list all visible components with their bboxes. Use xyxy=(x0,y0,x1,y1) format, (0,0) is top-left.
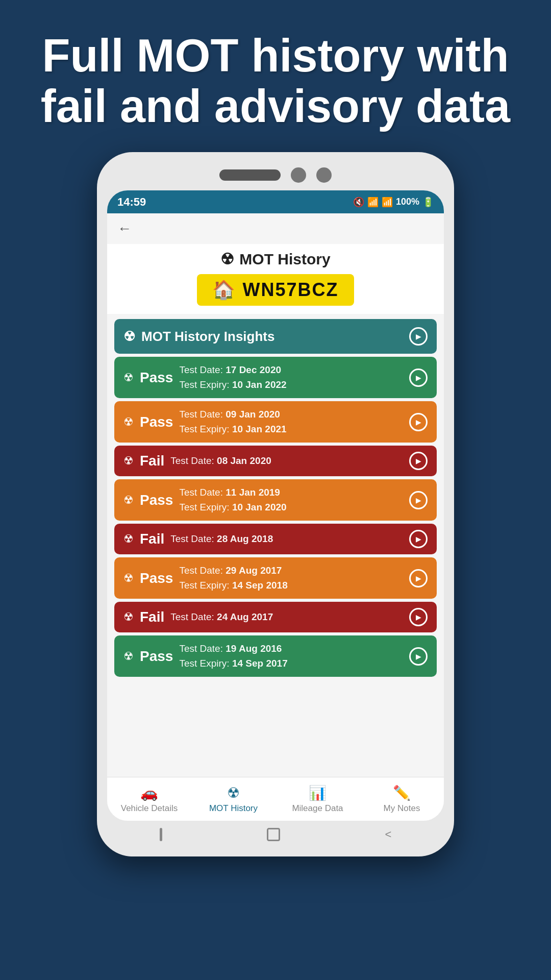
mot-dates-0: Test Date: 17 Dec 2020 Test Expiry: 10 J… xyxy=(179,363,286,392)
status-bar: 14:59 🔇 📶 📶 100% 🔋 xyxy=(107,190,444,213)
mot-play-button-7[interactable]: ▶ xyxy=(409,647,428,666)
battery-text: 100% xyxy=(396,197,419,207)
mot-play-button-4[interactable]: ▶ xyxy=(409,530,428,548)
nav-mot-history[interactable]: ☢ MOT History xyxy=(191,781,276,817)
mot-left-1: ☢ Pass Test Date: 09 Jan 2020 Test Expir… xyxy=(123,407,287,436)
phone-camera2 xyxy=(316,167,332,183)
mot-record-1[interactable]: ☢ Pass Test Date: 09 Jan 2020 Test Expir… xyxy=(114,401,437,443)
nav-mileage-data[interactable]: 📊 Mileage Data xyxy=(276,781,360,817)
biohazard-nav-icon: ☢ xyxy=(227,785,240,801)
screen-title: ☢ MOT History xyxy=(220,250,330,268)
nav-my-notes[interactable]: ✏️ My Notes xyxy=(360,781,444,817)
mot-dates-2: Test Date: 08 Jan 2020 xyxy=(170,454,271,469)
mot-dates-7: Test Date: 19 Aug 2016 Test Expiry: 14 S… xyxy=(179,642,287,671)
phone-speaker xyxy=(219,169,281,181)
phone-camera xyxy=(291,167,306,183)
mot-left-2: ☢ Fail Test Date: 08 Jan 2020 xyxy=(123,453,271,469)
phone-top xyxy=(107,162,444,190)
car-icon: 🚗 xyxy=(140,785,158,801)
insights-left: ☢ MOT History Insights xyxy=(123,329,274,345)
mot-play-button-0[interactable]: ▶ xyxy=(409,369,428,387)
biohazard-icon-5: ☢ xyxy=(123,572,134,585)
phone-bottom-bar: < xyxy=(107,821,444,846)
mot-play-button-1[interactable]: ▶ xyxy=(409,413,428,431)
mot-record-2[interactable]: ☢ Fail Test Date: 08 Jan 2020 ▶ xyxy=(114,446,437,476)
biohazard-icon-1: ☢ xyxy=(123,415,134,429)
mot-record-4[interactable]: ☢ Fail Test Date: 28 Aug 2018 ▶ xyxy=(114,524,437,554)
mot-result-2: Fail xyxy=(140,453,164,469)
nav-label-my-notes: My Notes xyxy=(384,803,420,814)
insights-banner[interactable]: ☢ MOT History Insights ▶ xyxy=(114,319,437,354)
mot-result-0: Pass xyxy=(140,370,173,386)
insights-biohazard-icon: ☢ xyxy=(123,329,135,345)
garage-icon: 🏠 xyxy=(212,279,236,301)
mot-play-button-3[interactable]: ▶ xyxy=(409,491,428,509)
mot-result-3: Pass xyxy=(140,492,173,508)
battery-icon: 🔋 xyxy=(422,197,434,208)
mot-play-button-5[interactable]: ▶ xyxy=(409,569,428,587)
nav-label-mot-history: MOT History xyxy=(209,803,258,814)
mot-dates-3: Test Date: 11 Jan 2019 Test Expiry: 10 J… xyxy=(179,485,286,514)
wifi-icon: 📶 xyxy=(367,197,379,208)
mot-result-6: Fail xyxy=(140,609,164,625)
pencil-icon: ✏️ xyxy=(393,785,411,801)
biohazard-icon-6: ☢ xyxy=(123,610,134,624)
mot-left-3: ☢ Pass Test Date: 11 Jan 2019 Test Expir… xyxy=(123,485,287,514)
mot-left-5: ☢ Pass Test Date: 29 Aug 2017 Test Expir… xyxy=(123,564,288,593)
mot-left-0: ☢ Pass Test Date: 17 Dec 2020 Test Expir… xyxy=(123,363,287,392)
recent-apps-icon xyxy=(267,828,280,841)
nav-label-mileage-data: Mileage Data xyxy=(292,803,343,814)
mot-dates-4: Test Date: 28 Aug 2018 xyxy=(170,532,273,547)
mot-dates-6: Test Date: 24 Aug 2017 xyxy=(170,610,273,625)
mot-left-4: ☢ Fail Test Date: 28 Aug 2018 xyxy=(123,531,273,547)
biohazard-icon-7: ☢ xyxy=(123,650,134,663)
mute-icon: 🔇 xyxy=(353,197,364,208)
title-section: ☢ MOT History 🏠 WN57BCZ xyxy=(107,244,444,314)
nav-vehicle-details[interactable]: 🚗 Vehicle Details xyxy=(107,781,191,817)
back-nav-icon: < xyxy=(385,828,391,841)
biohazard-icon-4: ☢ xyxy=(123,532,134,546)
mot-list: ☢ MOT History Insights ▶ ☢ Pass Test Dat… xyxy=(107,314,444,777)
bottom-nav: 🚗 Vehicle Details ☢ MOT History 📊 Mileag… xyxy=(107,777,444,821)
status-icons: 🔇 📶 📶 100% 🔋 xyxy=(353,197,434,208)
mot-record-0[interactable]: ☢ Pass Test Date: 17 Dec 2020 Test Expir… xyxy=(114,357,437,398)
mot-result-1: Pass xyxy=(140,414,173,430)
mot-result-4: Fail xyxy=(140,531,164,547)
mot-record-3[interactable]: ☢ Pass Test Date: 11 Jan 2019 Test Expir… xyxy=(114,479,437,521)
mot-result-5: Pass xyxy=(140,570,173,586)
mot-left-7: ☢ Pass Test Date: 19 Aug 2016 Test Expir… xyxy=(123,642,288,671)
mot-dates-1: Test Date: 09 Jan 2020 Test Expiry: 10 J… xyxy=(179,407,286,436)
page-header: Full MOT history with fail and advisory … xyxy=(0,0,551,152)
mot-record-6[interactable]: ☢ Fail Test Date: 24 Aug 2017 ▶ xyxy=(114,602,437,632)
phone-frame: 14:59 🔇 📶 📶 100% 🔋 ← ☢ MOT History xyxy=(97,152,454,856)
status-time: 14:59 xyxy=(117,195,146,209)
mot-record-7[interactable]: ☢ Pass Test Date: 19 Aug 2016 Test Expir… xyxy=(114,635,437,677)
phone-screen: 14:59 🔇 📶 📶 100% 🔋 ← ☢ MOT History xyxy=(107,190,444,821)
mot-dates-5: Test Date: 29 Aug 2017 Test Expiry: 14 S… xyxy=(179,564,287,593)
biohazard-icon-2: ☢ xyxy=(123,454,134,468)
mot-record-5[interactable]: ☢ Pass Test Date: 29 Aug 2017 Test Expir… xyxy=(114,557,437,599)
insights-play-button[interactable]: ▶ xyxy=(409,327,428,346)
app-content: ← ☢ MOT History 🏠 WN57BCZ ☢ xyxy=(107,213,444,821)
title-biohazard-icon: ☢ xyxy=(220,250,234,268)
signal-icon: 📶 xyxy=(382,197,393,208)
reg-plate: 🏠 WN57BCZ xyxy=(197,274,354,306)
home-pill-icon xyxy=(160,828,162,841)
biohazard-icon-3: ☢ xyxy=(123,494,134,507)
chart-icon: 📊 xyxy=(309,785,327,801)
back-bar: ← xyxy=(107,213,444,244)
back-button[interactable]: ← xyxy=(117,220,132,237)
biohazard-icon-0: ☢ xyxy=(123,371,134,384)
mot-play-button-6[interactable]: ▶ xyxy=(409,608,428,626)
header-title: Full MOT history with fail and advisory … xyxy=(31,31,520,132)
nav-label-vehicle-details: Vehicle Details xyxy=(121,803,178,814)
mot-result-7: Pass xyxy=(140,648,173,665)
mot-play-button-2[interactable]: ▶ xyxy=(409,452,428,470)
mot-left-6: ☢ Fail Test Date: 24 Aug 2017 xyxy=(123,609,273,625)
